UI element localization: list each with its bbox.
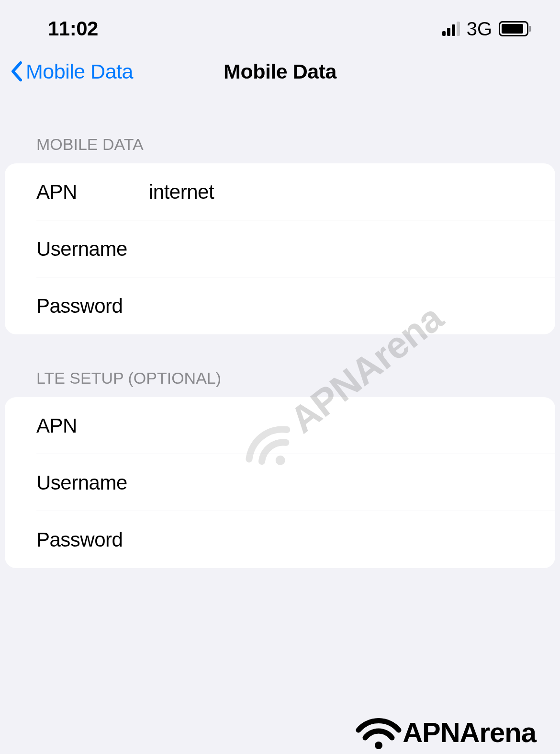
input-apn[interactable] bbox=[149, 181, 524, 204]
wifi-icon bbox=[355, 715, 403, 749]
section-header-mobile-data: Mobile Data bbox=[5, 101, 555, 163]
signal-icon bbox=[442, 22, 460, 36]
page-title: Mobile Data bbox=[224, 60, 336, 83]
label-lte-password: Password bbox=[36, 528, 149, 551]
brand-text: APNArena bbox=[403, 716, 536, 748]
row-password[interactable]: Password bbox=[5, 277, 555, 334]
label-apn: APN bbox=[36, 181, 149, 204]
svg-point-1 bbox=[375, 742, 382, 749]
status-indicators: 3G bbox=[442, 18, 531, 40]
row-lte-username[interactable]: Username bbox=[5, 454, 555, 511]
navigation-bar: Mobile Data Mobile Data bbox=[0, 53, 560, 101]
input-username[interactable] bbox=[149, 238, 524, 261]
row-username[interactable]: Username bbox=[5, 220, 555, 277]
settings-group-mobile-data: APN Username Password bbox=[5, 163, 555, 334]
input-lte-password[interactable] bbox=[149, 528, 524, 551]
row-apn[interactable]: APN bbox=[5, 163, 555, 220]
label-lte-apn: APN bbox=[36, 414, 149, 437]
network-type: 3G bbox=[467, 18, 492, 40]
label-password: Password bbox=[36, 295, 149, 318]
status-time: 11:02 bbox=[48, 17, 98, 40]
settings-group-lte-setup: APN Username Password bbox=[5, 397, 555, 568]
section-header-lte-setup: LTE Setup (Optional) bbox=[5, 334, 555, 397]
input-lte-apn[interactable] bbox=[149, 414, 524, 437]
input-lte-username[interactable] bbox=[149, 471, 524, 494]
input-password[interactable] bbox=[149, 295, 524, 318]
brand-logo: APNArena bbox=[355, 715, 536, 749]
back-label: Mobile Data bbox=[26, 60, 133, 83]
chevron-left-icon bbox=[10, 60, 23, 83]
row-lte-password[interactable]: Password bbox=[5, 511, 555, 568]
back-button[interactable]: Mobile Data bbox=[10, 60, 133, 83]
label-username: Username bbox=[36, 238, 149, 261]
label-lte-username: Username bbox=[36, 471, 149, 494]
row-lte-apn[interactable]: APN bbox=[5, 397, 555, 454]
status-bar: 11:02 3G bbox=[0, 0, 560, 53]
battery-icon bbox=[499, 21, 531, 36]
